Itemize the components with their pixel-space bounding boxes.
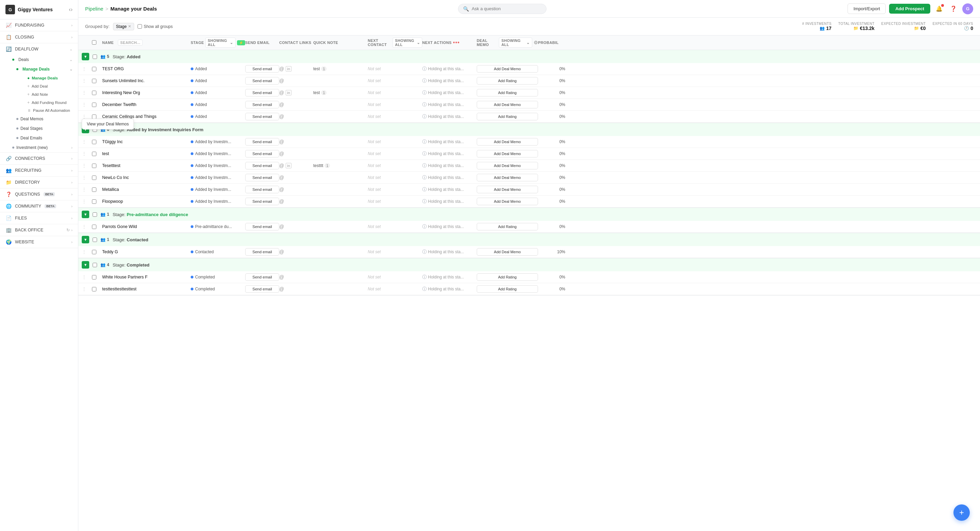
deal-memo-button[interactable]: Add Rating [477,113,538,120]
fab-button[interactable]: + [953,504,970,521]
row-checkbox[interactable] [92,115,96,119]
sidebar-item-recruiting[interactable]: 👥 RECRUITING › [0,164,78,176]
drag-handle[interactable]: ⋮ [82,90,92,96]
add-note-item[interactable]: + Add Note [22,90,78,99]
send-email-button[interactable]: Send email [245,273,279,281]
help-button[interactable]: ❓ [948,3,959,14]
drag-handle[interactable]: ⋮ [82,249,92,255]
sidebar-item-files[interactable]: 📄 FILES › [0,212,78,224]
stage-chevron-pre_admittance[interactable]: ▼ [82,210,89,218]
remove-group-button[interactable]: ✕ [128,24,131,29]
stage-chevron-contacted[interactable]: ▼ [82,236,89,243]
send-email-button[interactable]: Send email [245,174,279,181]
row-checkbox[interactable] [92,67,96,71]
email-icon[interactable]: @ [279,151,284,156]
send-email-button[interactable]: Send email [245,113,279,120]
email-icon[interactable]: @ [279,249,284,255]
drag-handle[interactable]: ⋮ [82,163,92,168]
sub-nav-deals[interactable]: Deals ⌄ [10,55,78,64]
user-avatar[interactable]: G [962,3,973,14]
sub-nav-deal-emails[interactable]: Deal Emails [15,133,78,143]
stage-header-completed[interactable]: ▼👥 4Stage: Completed [78,258,980,271]
deal-name[interactable]: Metallica [102,187,191,192]
row-checkbox[interactable] [92,250,96,254]
deal-memo-button[interactable]: Add Deal Memo [477,150,538,158]
deal-memo-button[interactable]: Add Rating [477,77,538,85]
drag-handle[interactable]: ⋮ [82,199,92,204]
row-checkbox[interactable] [92,79,96,83]
email-icon[interactable]: @ [279,163,284,168]
drag-handle[interactable]: ⋮ [82,139,92,145]
stage-chevron-completed[interactable]: ▼ [82,261,89,269]
stage-header-added[interactable]: ▼👥 5Stage: Added [78,50,980,63]
settings-icon[interactable]: ⚙ [534,40,538,45]
deal-name[interactable]: Interesting New Org [102,90,191,95]
show-groups-checkbox[interactable] [138,24,142,29]
sidebar-item-dealflow[interactable]: 🔄 DEALFLOW ⌄ [0,43,78,55]
send-email-button[interactable]: Send email [245,138,279,145]
sidebar-item-community[interactable]: 🌐 COMMUNITY BETA › [0,200,78,212]
sidebar-item-directory[interactable]: 📁 DIRECTORY › [0,177,78,188]
notifications-button[interactable]: 🔔 [934,3,945,14]
deal-memo-button[interactable]: Add Deal Memo [477,186,538,193]
row-checkbox[interactable] [92,140,96,144]
row-checkbox[interactable] [92,225,96,229]
sidebar-item-backoffice[interactable]: 🏢 BACK OFFICE ↻ › [0,224,78,236]
deal-name[interactable]: Teddy G [102,249,191,254]
deal-name[interactable]: Tesetttest [102,163,191,168]
drag-handle[interactable]: ⋮ [82,151,92,156]
deal-memo-button[interactable]: Add Rating [477,273,538,281]
deal-memo-button[interactable]: Add Deal Memo [477,248,538,256]
stage-select-completed[interactable] [92,263,97,267]
select-all-checkbox[interactable] [92,40,96,45]
deal-memo-button[interactable]: Add Deal Memo [477,162,538,169]
deal-memo-button[interactable]: Add Rating [477,285,538,293]
deal-memo-button[interactable]: Add Rating [477,89,538,96]
row-checkbox[interactable] [92,103,96,107]
stage-select-pre_admittance[interactable] [92,212,97,217]
add-prospect-button[interactable]: Add Prospect [889,4,930,14]
email-icon[interactable]: @ [279,114,284,119]
drag-handle[interactable]: ⋮ [82,187,92,192]
drag-handle[interactable]: ⋮ [82,286,92,292]
send-email-button[interactable]: Send email [245,248,279,256]
drag-handle[interactable]: ⋮ [82,175,92,180]
stage-header-pre_admittance[interactable]: ▼👥 1Stage: Pre-admittance due diligence [78,208,980,221]
sub-nav-deal-stages[interactable]: Deal Stages [15,124,78,133]
send-email-button[interactable]: Send email [245,77,279,85]
deal-name[interactable]: testtesttesttesttest [102,287,191,292]
email-icon[interactable]: @ [279,199,284,204]
search-bar[interactable]: 🔍 [458,4,547,14]
email-icon[interactable]: @ [279,286,284,292]
email-icon[interactable]: @ [279,102,284,107]
sidebar-item-connectors[interactable]: 🔗 CONNECTORS › [0,153,78,164]
import-export-button[interactable]: Import/Export [848,3,886,14]
row-checkbox[interactable] [92,91,96,95]
email-icon[interactable]: @ [279,224,284,230]
deal-name[interactable]: Parrots Gone Wild [102,224,191,229]
deal-name[interactable]: Floopwoop [102,199,191,204]
drag-handle[interactable]: ⋮ [82,274,92,280]
deal-name[interactable]: White House Partners F [102,275,191,279]
sidebar-item-fundraising[interactable]: 📈 FUNDRAISING › [0,19,78,31]
row-checkbox[interactable] [92,151,96,156]
name-search-input[interactable]: Search... [118,40,143,46]
drag-handle[interactable]: ⋮ [82,78,92,83]
send-email-button[interactable]: Send email [245,65,279,73]
row-checkbox[interactable] [92,199,96,204]
drag-handle[interactable]: ⋮ [82,102,92,107]
linkedin-icon[interactable]: in [286,163,291,168]
deal-memo-button[interactable]: Add Deal Memo [477,198,538,205]
sidebar-item-closing[interactable]: 📋 CLOSING › [0,31,78,43]
stage-filter-dropdown[interactable]: Showing All ⌄ [205,37,235,48]
send-email-button[interactable]: Send email [245,162,279,169]
deal-name[interactable]: Sunsets Unlimited Inc. [102,78,191,83]
email-icon[interactable]: @ [279,274,284,280]
email-icon[interactable]: @ [279,78,284,83]
deal-memo-button[interactable]: Add Deal Memo [477,101,538,108]
send-email-button[interactable]: Send email [245,101,279,108]
send-email-button[interactable]: Send email [245,285,279,293]
stage-select-added[interactable] [92,54,97,59]
drag-handle[interactable]: ⋮ [82,224,92,230]
email-icon[interactable]: @ [279,175,284,180]
